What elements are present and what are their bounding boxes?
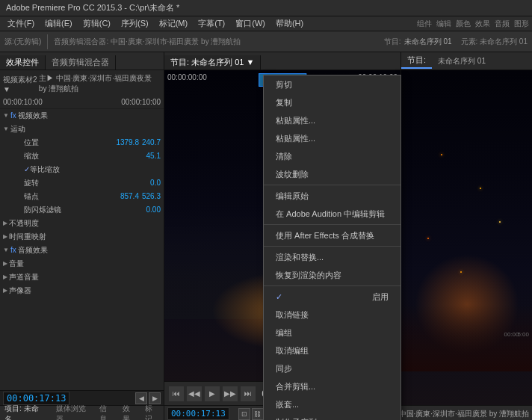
menu-clip[interactable]: 剪辑(C) <box>78 16 115 31</box>
tab-program[interactable]: 节目: 未命名序列 01 ▼ <box>164 55 261 70</box>
effects-controls-label: 音频剪辑混合器: 中国·廣東·深圳市·福田廣景 by 漕翔航拍 <box>54 37 241 47</box>
context-menu: 剪切 复制 粘贴属性... 粘贴属性... 清除 波纹删除 编辑原始 在 Ado… <box>263 75 401 420</box>
video-effects-section: ▼ fx 视频效果 <box>0 109 164 123</box>
app-title: Adobe Premiere Pro CC 2015.3 - C:\pr\未命名… <box>6 2 179 13</box>
monitor-btn-out[interactable]: ⏭ <box>241 386 256 401</box>
effect-controls-content: 视频素材2 ▼ 主▶ 中国·廣東·深圳市·福田廣夜景 by 漕翔航拍 00:00… <box>0 70 164 390</box>
motion-triangle: ▼ <box>3 123 9 135</box>
ec-btn-2[interactable]: ▶ <box>149 392 161 404</box>
video-effects-label: 视频效果 <box>18 110 48 122</box>
ec-btn-1[interactable]: ◀ <box>135 392 147 404</box>
toolbar-component: 组件 <box>417 19 432 29</box>
ctx-unlink[interactable]: 取消链接 <box>264 306 400 324</box>
main-toolbar: 源:(无剪辑) 音频剪辑混合器: 中国·廣東·深圳市·福田廣景 by 漕翔航拍 … <box>0 31 532 52</box>
ctx-paste-attr[interactable]: 粘贴属性... <box>264 111 400 129</box>
ctx-merge[interactable]: 合并剪辑... <box>264 377 400 395</box>
effect-controls-timecode-bar: 00:00:17:13 ◀ ▶ <box>0 390 164 405</box>
menu-help[interactable]: 帮助(H) <box>271 16 308 31</box>
tab-sequence-name: 未命名序列 01 <box>432 55 492 68</box>
ctx-make-subseq[interactable]: 制作子序列 <box>264 413 400 420</box>
effect-controls-panel: 效果控件 音频剪辑混合器 视频素材2 ▼ 主▶ 中国·廣東·深圳市·福田廣夜景 … <box>0 52 164 405</box>
tab-effect-controls[interactable]: 效果控件 <box>0 55 46 70</box>
timeline-timecode[interactable]: 00:00:17:13 <box>167 407 229 420</box>
ctx-render-replace[interactable]: 渲染和替换... <box>264 248 400 266</box>
antiflicker-label: 防闪烁滤镜 <box>24 204 61 216</box>
tab-lumetri[interactable]: 节目: <box>401 53 432 69</box>
tab-audio-mixer[interactable]: 音频剪辑混合器 <box>46 55 116 70</box>
tl-snap-btn[interactable]: ⊡ <box>238 408 250 420</box>
position-y[interactable]: 240.7 <box>142 137 161 149</box>
audio-effects-section: ▼ fx 音频效果 <box>0 244 164 257</box>
monitor-btn-play[interactable]: ▶ <box>205 386 220 401</box>
rotation-value[interactable]: 0.0 <box>150 177 161 189</box>
motion-group: ▼ 运动 <box>0 123 164 136</box>
ctx-ripple-delete[interactable]: 波纹删除 <box>264 165 400 183</box>
menu-file[interactable]: 文件(F) <box>3 16 39 31</box>
ctx-edit-original[interactable]: 编辑原始 <box>264 187 400 205</box>
ctx-clear[interactable]: 清除 <box>264 147 400 165</box>
ground-glow <box>401 305 532 372</box>
title-bar: Adobe Premiere Pro CC 2015.3 - C:\pr\未命名… <box>0 0 532 16</box>
opacity-label: 不透明度 <box>9 217 39 229</box>
sequence-label: 未命名序列 01 <box>404 37 452 47</box>
right-toolbar: 节目: 未命名序列 01 元素: 未命名序列 01 <box>384 37 528 47</box>
ctx-restore-render[interactable]: 恢复到渲染的内容 <box>264 266 400 284</box>
menu-sequence[interactable]: 序列(S) <box>117 16 153 31</box>
menu-mark[interactable]: 标记(M) <box>155 16 193 31</box>
menu-edit[interactable]: 编辑(E) <box>40 16 77 31</box>
ctx-cut[interactable]: 剪切 <box>264 75 400 93</box>
scale-label: 缩放 <box>24 150 39 162</box>
toolbar-graphics: 图形 <box>514 19 529 29</box>
ec-bottom-controls: ◀ ▶ <box>135 392 161 404</box>
monitor-btn-in[interactable]: ⏮ <box>169 386 184 401</box>
enable-check: ✓ <box>276 290 282 303</box>
ctx-ae-replace[interactable]: 使用 After Effects 合成替换 <box>264 226 400 244</box>
panner-label: 声像器 <box>9 285 31 297</box>
expand-triangle: ▼ <box>3 110 9 122</box>
light-dot-4 <box>499 221 501 223</box>
ctx-paste-attr2[interactable]: 粘贴属性... <box>264 129 400 147</box>
toolbar-audio: 音频 <box>495 19 510 29</box>
ctx-ungroup[interactable]: 取消编组 <box>264 342 400 359</box>
menu-title[interactable]: 字幕(T) <box>194 16 229 31</box>
channel-volume-triangle: ▶ <box>3 271 7 283</box>
opacity-group: ▶ 不透明度 <box>0 217 164 230</box>
night-scene: 00:00 5:00 <box>401 70 532 405</box>
uniform-scale-label: 等比缩放 <box>30 164 60 176</box>
ctx-sync[interactable]: 同步 <box>264 359 400 377</box>
ctx-sep-4 <box>264 285 400 286</box>
ctx-enable[interactable]: ✓启用 <box>264 288 400 306</box>
fx-icon-video: fx <box>10 110 16 122</box>
menu-bar: 文件(F) 编辑(E) 剪辑(C) 序列(S) 标记(M) 字幕(T) 窗口(W… <box>0 16 532 31</box>
antiflicker-param: 防闪烁滤镜 0.00 <box>0 203 164 217</box>
position-x[interactable]: 1379.8 <box>116 137 139 149</box>
anchor-y[interactable]: 526.3 <box>142 191 161 203</box>
lumetri-view: 00:00 5:00 <box>401 70 532 405</box>
scale-value[interactable]: 45.1 <box>146 150 161 162</box>
timeremap-group: ▶ 时间重映射 <box>0 230 164 244</box>
ctx-group[interactable]: 编组 <box>264 324 400 342</box>
toolbar-color: 颜色 <box>456 19 471 29</box>
ctx-edit-audition[interactable]: 在 Adobe Audition 中编辑剪辑 <box>264 205 400 223</box>
monitor-timecode-in: 00:00:00:00 <box>167 73 207 81</box>
project-panel: 项目: 未命名.. 媒体浏览器 信息 效果 标记 2 个项 ≡ ⊞ 🔍 + 📁 … <box>0 406 164 420</box>
audio-effects-label: 音频效果 <box>18 244 48 256</box>
monitor-btn-next[interactable]: ▶▶ <box>223 386 238 401</box>
menu-window[interactable]: 窗口(W) <box>231 16 270 31</box>
light-dot-5 <box>460 271 462 273</box>
anchor-x[interactable]: 857.4 <box>120 191 139 203</box>
position-values: 1379.8 240.7 <box>116 137 161 149</box>
light-dot-2 <box>480 188 481 189</box>
antiflicker-value[interactable]: 0.00 <box>146 204 161 216</box>
timeremap-label: 时间重映射 <box>9 231 46 243</box>
tl-link-btn[interactable]: ⛓ <box>252 408 264 420</box>
ctx-sep-1 <box>264 185 400 185</box>
ec-timecode: 00:00:10:00 <box>3 98 43 106</box>
ctx-sep-3 <box>264 246 400 247</box>
monitor-btn-prev[interactable]: ◀◀ <box>187 386 202 401</box>
channel-volume-group: ▶ 声道音量 <box>0 271 164 284</box>
ctx-sep-2 <box>264 224 400 225</box>
ctx-nest[interactable]: 嵌套... <box>264 395 400 413</box>
ec-bottom-timecode[interactable]: 00:00:17:13 <box>3 392 69 405</box>
ctx-copy[interactable]: 复制 <box>264 93 400 111</box>
